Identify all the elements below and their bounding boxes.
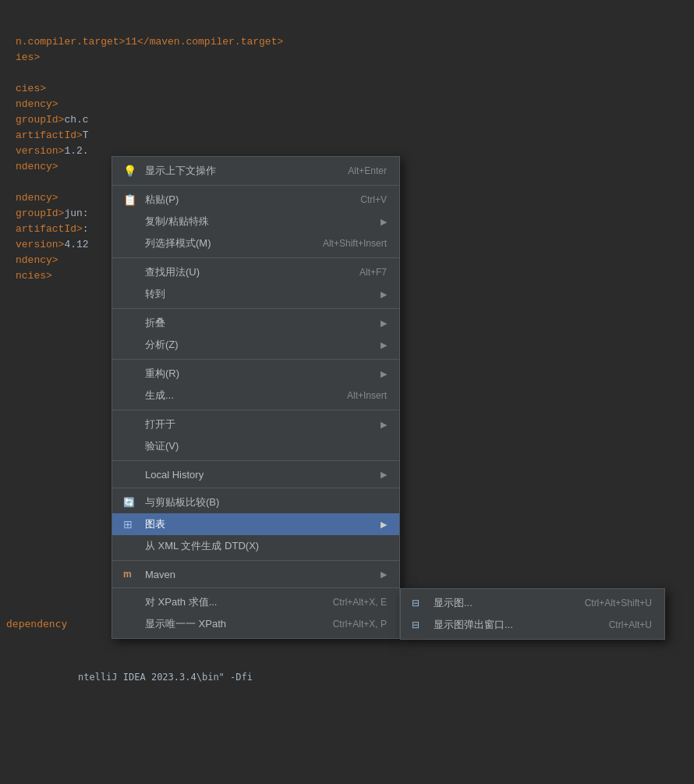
separator-9 bbox=[112, 587, 399, 588]
separator-5 bbox=[112, 410, 399, 410]
separator-8 bbox=[112, 560, 399, 561]
menu-shortcut-xpath-value: Ctrl+Alt+X, E bbox=[333, 597, 387, 608]
menu-label-copy-paste: 复制/粘贴特殊 bbox=[145, 215, 374, 229]
separator-1 bbox=[112, 185, 399, 186]
menu-item-show-xpath[interactable]: 显示唯一一 XPath Ctrl+Alt+X, P bbox=[112, 613, 399, 635]
menu-label-diagrams: 图表 bbox=[145, 517, 374, 531]
menu-shortcut-show-xpath: Ctrl+Alt+X, P bbox=[333, 619, 387, 630]
menu-label-refactor: 重构(R) bbox=[145, 367, 374, 381]
idea-text: ntelliJ IDEA 2023.3.4\bin" -Dfi bbox=[78, 672, 253, 683]
menu-item-generate-dtd[interactable]: 从 XML 文件生成 DTD(X) bbox=[112, 535, 399, 557]
code-line-3 bbox=[16, 66, 678, 81]
separator-2 bbox=[112, 257, 399, 258]
menu-item-local-history[interactable]: Local History ▶ bbox=[112, 464, 399, 484]
arrow-icon-goto: ▶ bbox=[381, 289, 387, 300]
submenu-shortcut-show-diagram: Ctrl+Alt+Shift+U bbox=[585, 598, 652, 608]
menu-label-validate: 验证(V) bbox=[145, 439, 387, 453]
bulb-icon: 💡 bbox=[123, 165, 136, 177]
menu-label-local-history: Local History bbox=[145, 469, 374, 481]
menu-item-show-context[interactable]: 💡 显示上下文操作 Alt+Enter bbox=[112, 160, 399, 182]
dependency-indicator: dependency bbox=[6, 618, 67, 630]
separator-7 bbox=[112, 488, 399, 488]
submenu-label-show-diagram: 显示图... bbox=[434, 596, 572, 610]
arrow-icon-analyze: ▶ bbox=[381, 340, 387, 350]
menu-item-generate[interactable]: 生成... Alt+Insert bbox=[112, 385, 399, 406]
show-diagram-icon: ⊟ bbox=[412, 598, 420, 608]
menu-label-compare-clipboard: 与剪贴板比较(B) bbox=[145, 495, 387, 509]
code-line-1: n.compiler.target>11</maven.compiler.tar… bbox=[16, 34, 678, 50]
menu-label-generate: 生成... bbox=[145, 388, 335, 403]
menu-item-compare-clipboard[interactable]: 🔄 与剪贴板比较(B) bbox=[112, 491, 399, 513]
code-line-7: artifactId>T bbox=[16, 128, 678, 144]
menu-item-goto[interactable]: 转到 ▶ bbox=[112, 283, 399, 305]
idea-indicator: ntelliJ IDEA 2023.3.4\bin" -Dfi bbox=[78, 672, 253, 683]
menu-shortcut-column-select: Alt+Shift+Insert bbox=[323, 238, 387, 249]
arrow-icon-maven: ▶ bbox=[381, 569, 387, 580]
menu-label-xpath-value: 对 XPath 求值... bbox=[145, 595, 320, 609]
arrow-icon-copy-paste: ▶ bbox=[381, 217, 387, 227]
menu-label-find-usage: 查找用法(U) bbox=[145, 265, 347, 279]
menu-label-open-in: 打开于 bbox=[145, 417, 374, 431]
menu-label-goto: 转到 bbox=[145, 287, 374, 301]
arrow-icon-local-history: ▶ bbox=[381, 470, 387, 480]
submenu-item-show-diagram-popup[interactable]: ⊟ 显示图弹出窗口... Ctrl+Alt+U bbox=[401, 614, 664, 636]
menu-item-column-select[interactable]: 列选择模式(M) Alt+Shift+Insert bbox=[112, 232, 399, 254]
menu-item-analyze[interactable]: 分析(Z) ▶ bbox=[112, 334, 399, 356]
submenu-shortcut-show-diagram-popup: Ctrl+Alt+U bbox=[609, 619, 652, 630]
menu-shortcut-paste: Ctrl+V bbox=[360, 194, 387, 205]
code-line-6: groupId>ch.c bbox=[16, 112, 678, 128]
menu-label-fold: 折叠 bbox=[145, 316, 374, 330]
maven-icon: m bbox=[123, 569, 132, 580]
menu-item-paste[interactable]: 📋 粘贴(P) Ctrl+V bbox=[112, 189, 399, 211]
menu-label-column-select: 列选择模式(M) bbox=[145, 236, 310, 250]
menu-label-paste: 粘贴(P) bbox=[145, 193, 348, 207]
menu-label-generate-dtd: 从 XML 文件生成 DTD(X) bbox=[145, 539, 387, 553]
menu-item-xpath-value[interactable]: 对 XPath 求值... Ctrl+Alt+X, E bbox=[112, 591, 399, 613]
menu-item-diagrams[interactable]: ⊞ 图表 ▶ bbox=[112, 513, 399, 535]
menu-item-find-usage[interactable]: 查找用法(U) Alt+F7 bbox=[112, 261, 399, 283]
arrow-icon-open-in: ▶ bbox=[381, 420, 387, 430]
show-diagram-popup-icon: ⊟ bbox=[412, 619, 420, 630]
arrow-icon-fold: ▶ bbox=[381, 318, 387, 328]
submenu-item-show-diagram[interactable]: ⊟ 显示图... Ctrl+Alt+Shift+U bbox=[401, 592, 664, 614]
menu-item-copy-paste-special[interactable]: 复制/粘贴特殊 ▶ bbox=[112, 211, 399, 232]
clipboard-icon: 📋 bbox=[123, 193, 136, 206]
menu-label-show-xpath: 显示唯一一 XPath bbox=[145, 617, 320, 631]
menu-shortcut-generate: Alt+Insert bbox=[347, 390, 387, 401]
menu-shortcut-show-context: Alt+Enter bbox=[348, 165, 387, 176]
menu-item-validate[interactable]: 验证(V) bbox=[112, 435, 399, 457]
arrow-icon-diagrams: ▶ bbox=[381, 520, 387, 530]
menu-item-maven[interactable]: m Maven ▶ bbox=[112, 564, 399, 584]
submenu-label-show-diagram-popup: 显示图弹出窗口... bbox=[434, 618, 597, 632]
diagrams-icon: ⊞ bbox=[123, 518, 133, 530]
menu-item-refactor[interactable]: 重构(R) ▶ bbox=[112, 363, 399, 385]
menu-shortcut-find-usage: Alt+F7 bbox=[359, 267, 387, 278]
menu-item-open-in[interactable]: 打开于 ▶ bbox=[112, 413, 399, 435]
compare-icon: 🔄 bbox=[123, 497, 135, 508]
code-line-5: ndency> bbox=[16, 97, 678, 112]
arrow-icon-refactor: ▶ bbox=[381, 369, 387, 379]
submenu-diagrams: ⊟ 显示图... Ctrl+Alt+Shift+U ⊟ 显示图弹出窗口... C… bbox=[400, 588, 665, 640]
menu-label-analyze: 分析(Z) bbox=[145, 338, 374, 352]
code-line-4: cies> bbox=[16, 81, 678, 97]
menu-label-maven: Maven bbox=[145, 569, 374, 580]
separator-3 bbox=[112, 308, 399, 309]
context-menu: 💡 显示上下文操作 Alt+Enter 📋 粘贴(P) Ctrl+V 复制/粘贴… bbox=[112, 156, 400, 639]
separator-6 bbox=[112, 460, 399, 461]
separator-4 bbox=[112, 359, 399, 360]
menu-item-fold[interactable]: 折叠 ▶ bbox=[112, 312, 399, 334]
menu-label-show-context: 显示上下文操作 bbox=[145, 164, 335, 178]
code-line-2: ies> bbox=[16, 50, 678, 66]
